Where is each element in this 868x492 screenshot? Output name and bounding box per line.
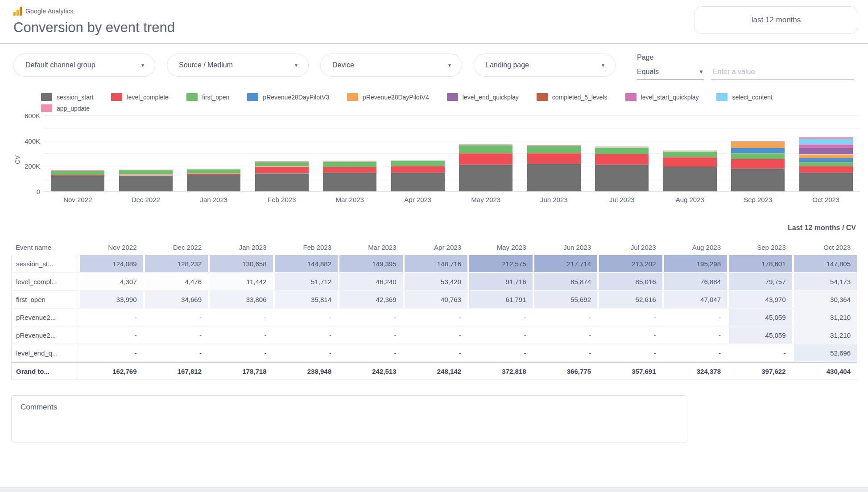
value-cell: 53,420 [405,273,468,290]
page-filter-operator-select[interactable]: Equals ▼ [637,68,704,80]
comments-label: Comments [21,403,57,411]
column-header-event-name[interactable]: Event name [11,244,78,251]
value-cell: 128,232 [145,255,208,272]
legend-item-level_end_quickplay[interactable]: level_end_quickplay [447,93,519,101]
legend-swatch-icon [537,93,548,101]
legend-label: app_update [57,105,90,112]
bar-slot-nov-2022 [44,116,112,191]
data-table-section: Last 12 months / CV Event nameNov 2022De… [11,224,857,380]
legend-item-pRevenue28DayPilotV3[interactable]: pRevenue28DayPilotV3 [247,93,329,101]
bar-segment-first_open [663,151,717,157]
value-cell: - [469,344,533,361]
column-header-feb-2023[interactable]: Feb 2023 [275,244,338,251]
stacked-bar [459,144,513,191]
column-header-sep-2023[interactable]: Sep 2023 [729,244,792,251]
legend-label: first_open [202,94,229,101]
value-cell: 238,948 [275,363,338,380]
legend-swatch-icon [625,93,637,101]
legend-label: level_complete [127,94,168,101]
bar-slot-jun-2023 [520,116,588,191]
value-cell: 42,369 [339,291,403,308]
column-header-jul-2023[interactable]: Jul 2023 [599,244,662,251]
column-header-nov-2022[interactable]: Nov 2022 [80,244,143,251]
value-cell: 52,616 [599,291,662,308]
legend-swatch-icon [111,93,122,101]
column-header-jun-2023[interactable]: Jun 2023 [534,244,598,251]
page-filter-label: Page [637,54,854,62]
bar-slot-dec-2022 [112,116,180,191]
value-cell: 33,990 [80,291,143,308]
column-header-aug-2023[interactable]: Aug 2023 [664,244,727,251]
page-filter: Page Equals ▼ [637,54,854,80]
value-cell: 51,712 [275,273,338,290]
x-tick-label: Jan 2023 [180,196,248,203]
table-caption: Last 12 months / CV [11,224,857,232]
bar-slot-jul-2023 [588,116,656,191]
legend-item-app_update[interactable]: app_update [41,104,90,112]
bar-segment-level_complete [799,166,853,173]
filter-pill-landing-page[interactable]: Landing page▼ [474,54,616,77]
value-cell: - [275,344,338,361]
bar-segment-first_open [391,161,445,166]
filter-pill-device[interactable]: Device▼ [320,54,462,77]
date-range-button[interactable]: last 12 months [694,6,858,34]
column-header-oct-2023[interactable]: Oct 2023 [794,244,857,251]
legend-item-level_complete[interactable]: level_complete [111,93,168,101]
report-header: Google Analytics Conversion by event tre… [0,0,868,36]
comments-box[interactable]: Comments [11,395,687,442]
value-cell: 397,622 [729,363,792,380]
stacked-bar [187,169,240,191]
column-header-jan-2023[interactable]: Jan 2023 [210,244,273,251]
value-cell: - [599,344,662,361]
legend-label: select_content [732,94,772,101]
legend-label: level_end_quickplay [463,94,519,101]
filter-pill-source-medium[interactable]: Source / Medium▼ [167,54,309,77]
legend-label: pRevenue28DayPilotV4 [363,94,429,101]
column-header-mar-2023[interactable]: Mar 2023 [339,244,403,251]
value-cell: 45,059 [729,309,792,326]
value-cell: 54,173 [794,273,857,290]
bar-segment-session_start [459,165,513,191]
value-cell: 144,882 [275,255,338,272]
bar-segment-session_start [595,165,649,191]
column-header-may-2023[interactable]: May 2023 [469,244,533,251]
filter-pill-default-channel-group[interactable]: Default channel group▼ [13,54,155,77]
value-cell: 162,769 [80,363,143,380]
column-header-apr-2023[interactable]: Apr 2023 [405,244,468,251]
bar-segment-first_open [51,171,104,175]
value-cell: - [729,344,792,361]
bar-segment-level_complete [595,154,649,165]
legend-swatch-icon [716,93,727,101]
bar-segment-session_start [51,176,104,191]
bar-segment-pRevenue28DayPilotV3 [799,158,853,162]
stacked-bar [527,145,581,191]
x-tick-label: Sep 2023 [724,196,792,203]
value-cell: 61,791 [469,291,533,308]
value-cell: - [469,327,533,343]
bars-container [44,116,860,191]
bottom-edge [0,488,868,492]
stacked-bar [731,141,785,191]
legend-item-completed_5_levels[interactable]: completed_5_levels [537,93,608,101]
grand-total-row: Grand to...162,769167,812178,718238,9482… [11,362,857,380]
bar-segment-session_start [323,173,376,191]
bar-segment-pRevenue28DayPilotV4 [799,154,853,158]
stacked-bar [119,170,173,191]
legend-item-session_start[interactable]: session_start [41,93,93,101]
legend-item-select_content[interactable]: select_content [716,93,772,101]
table-row: pRevenue2...----------45,05931,210 [11,309,857,327]
column-header-dec-2022[interactable]: Dec 2022 [145,244,208,251]
legend-item-level_start_quickplay[interactable]: level_start_quickplay [625,93,699,101]
value-cell: 33,806 [210,291,273,308]
value-cell: 149,395 [339,255,403,272]
value-cell: 4,307 [80,273,143,290]
report-page: Google Analytics Conversion by event tre… [0,0,868,492]
legend-item-first_open[interactable]: first_open [186,93,229,101]
y-tick-label: 0 [37,188,40,195]
legend-label: session_start [57,94,93,101]
legend-item-pRevenue28DayPilotV4[interactable]: pRevenue28DayPilotV4 [347,93,429,101]
value-cell: - [405,327,468,343]
value-cell: - [534,344,598,361]
page-filter-value-input[interactable] [711,68,854,80]
gridline [44,191,860,192]
